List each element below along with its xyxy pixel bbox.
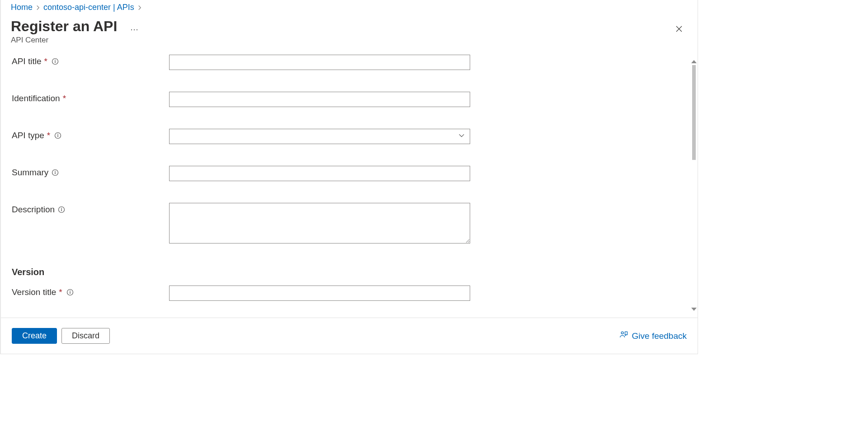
label-api-type: API type * <box>12 129 169 140</box>
info-icon[interactable] <box>51 169 59 177</box>
discard-button[interactable]: Discard <box>61 328 110 344</box>
svg-point-10 <box>61 208 62 209</box>
label-summary-text: Summary <box>12 168 48 178</box>
chevron-right-icon <box>137 5 142 10</box>
close-button[interactable] <box>671 22 687 37</box>
svg-rect-5 <box>58 135 58 137</box>
row-api-title: API title * <box>1 55 698 70</box>
page-title: Register an API <box>11 18 117 35</box>
label-description: Description <box>12 203 169 215</box>
required-marker: * <box>63 94 66 103</box>
api-title-input[interactable] <box>169 55 470 70</box>
scrollbar[interactable] <box>690 59 698 312</box>
feedback-icon <box>619 330 628 342</box>
api-type-select[interactable] <box>169 129 470 144</box>
required-marker: * <box>47 131 50 140</box>
label-identification: Identification * <box>12 92 169 103</box>
info-icon[interactable] <box>66 288 74 296</box>
svg-rect-8 <box>55 172 56 174</box>
give-feedback-link[interactable]: Give feedback <box>619 330 687 342</box>
form-body: API title * Identification * API <box>1 49 698 318</box>
page-header: Register an API ⋯ API Center <box>1 14 698 49</box>
give-feedback-label: Give feedback <box>632 331 687 341</box>
create-button[interactable]: Create <box>12 328 57 344</box>
row-identification: Identification * <box>1 92 698 107</box>
scrollbar-down-arrow-icon[interactable] <box>691 308 697 311</box>
description-textarea[interactable] <box>169 203 470 243</box>
info-icon[interactable] <box>51 57 59 66</box>
required-marker: * <box>44 56 47 66</box>
more-actions-button[interactable]: ⋯ <box>127 24 141 35</box>
summary-input[interactable] <box>169 166 470 181</box>
label-api-type-text: API type <box>12 131 44 140</box>
close-icon <box>675 25 683 35</box>
label-summary: Summary <box>12 166 169 178</box>
row-summary: Summary <box>1 166 698 181</box>
required-marker: * <box>59 287 62 297</box>
breadcrumb-api-center[interactable]: contoso-api-center | APIs <box>43 3 134 12</box>
label-identification-text: Identification <box>12 94 60 103</box>
chevron-right-icon <box>35 5 41 10</box>
row-api-type: API type * <box>1 129 698 144</box>
info-icon[interactable] <box>54 131 62 140</box>
label-version-title: Version title * <box>12 286 169 297</box>
page-subtitle: API Center <box>11 36 141 45</box>
section-heading-version: Version <box>1 267 698 277</box>
row-version-title: Version title * <box>1 286 698 301</box>
scrollbar-thumb[interactable] <box>692 65 696 160</box>
svg-point-13 <box>70 290 71 291</box>
breadcrumb-home[interactable]: Home <box>11 3 33 12</box>
svg-rect-14 <box>70 292 70 294</box>
version-title-input[interactable] <box>169 286 470 301</box>
svg-rect-2 <box>55 61 55 63</box>
svg-rect-11 <box>61 209 61 211</box>
scrollbar-up-arrow-icon[interactable] <box>691 60 697 63</box>
row-description: Description <box>1 203 698 245</box>
identification-input[interactable] <box>169 92 470 107</box>
label-description-text: Description <box>12 205 55 215</box>
svg-point-7 <box>55 171 56 172</box>
svg-point-15 <box>621 332 623 334</box>
footer: Create Discard Give feedback <box>1 318 698 354</box>
svg-point-4 <box>57 134 58 135</box>
breadcrumb: Home contoso-api-center | APIs <box>1 0 698 14</box>
label-api-title: API title * <box>12 55 169 66</box>
label-version-title-text: Version title <box>12 287 56 297</box>
svg-point-1 <box>55 60 56 61</box>
label-api-title-text: API title <box>12 56 41 66</box>
info-icon[interactable] <box>57 206 66 214</box>
